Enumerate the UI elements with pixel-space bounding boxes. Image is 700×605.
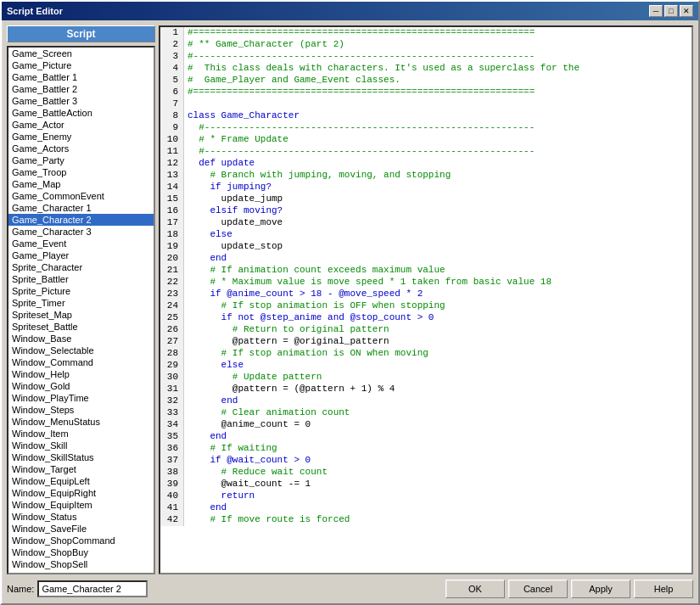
script-list-item[interactable]: Game_Battler 2 (8, 83, 154, 95)
line-content: @pattern = (@pattern + 1) % 4 (184, 384, 395, 395)
line-content: # If move route is forced (184, 514, 350, 526)
content-area: Script Game_ScreenGame_PictureGame_Battl… (2, 20, 698, 603)
cancel-button[interactable]: Cancel (508, 580, 568, 598)
code-line: 5# Game_Player and Game_Event classes. (160, 75, 692, 87)
script-list-item[interactable]: Window_Base (8, 333, 154, 345)
line-number: 26 (160, 324, 184, 336)
code-line: 39 @wait_count -= 1 (160, 479, 692, 490)
line-number: 15 (160, 193, 184, 205)
line-number: 39 (160, 479, 184, 490)
script-list-item[interactable]: Window_Steps (8, 404, 154, 416)
script-list-item[interactable]: Game_Actors (8, 143, 154, 154)
line-content: elsif moving? (184, 205, 283, 217)
line-content: update_stop (184, 241, 283, 253)
script-list-item[interactable]: Sprite_Picture (8, 285, 154, 297)
script-list-item[interactable]: Game_Character 2 (8, 214, 154, 226)
script-list-item[interactable]: Window_SaveFile (8, 523, 154, 535)
code-line: 40 return (160, 490, 692, 502)
script-list-item[interactable]: Spriteset_Map (8, 309, 154, 321)
script-list-item[interactable]: Game_BattleAction (8, 107, 154, 119)
script-list-item[interactable]: Window_EquipRight (8, 487, 154, 499)
script-list-item[interactable]: Window_EquipItem (8, 499, 154, 511)
line-number: 16 (160, 205, 184, 217)
line-number: 27 (160, 336, 184, 348)
script-list-item[interactable]: Sprite_Timer (8, 297, 154, 309)
script-list-item[interactable]: Window_ShopBuy (8, 546, 154, 558)
script-list-item[interactable]: Window_ShopSell (8, 558, 154, 570)
script-list-item[interactable]: Game_Troop (8, 166, 154, 178)
apply-button[interactable]: Apply (571, 580, 630, 598)
script-list-item[interactable]: Window_Command (8, 356, 154, 368)
script-list-item[interactable]: Window_Item (8, 428, 154, 440)
line-number: 33 (160, 407, 184, 419)
script-list-item[interactable]: Game_Party (8, 154, 154, 166)
line-number: 21 (160, 265, 184, 277)
help-button[interactable]: Help (634, 580, 693, 598)
code-panel[interactable]: 1#======================================… (159, 25, 693, 574)
script-list-item[interactable]: Window_Target (8, 463, 154, 475)
left-panel: Script Game_ScreenGame_PictureGame_Battl… (7, 25, 155, 574)
script-list-item[interactable]: Game_CommonEvent (8, 190, 154, 202)
script-list-item[interactable]: Spriteset_Battle (8, 321, 154, 333)
script-list-item[interactable]: Window_SkillStatus (8, 451, 154, 463)
script-list-item[interactable]: Game_Screen (8, 48, 154, 59)
script-list-item[interactable]: Window_Skill (8, 440, 154, 451)
name-input[interactable] (37, 580, 148, 597)
code-line: 8class Game_Character (160, 110, 692, 122)
script-list-item[interactable]: Game_Enemy (8, 131, 154, 143)
code-area[interactable]: 1#======================================… (160, 27, 692, 573)
line-content: if not @step_anime and @stop_count > 0 (184, 312, 434, 324)
code-line: 19 update_stop (160, 241, 692, 253)
line-number: 1 (160, 27, 184, 39)
minimize-button[interactable]: ─ (649, 5, 663, 17)
line-number: 9 (160, 122, 184, 134)
restore-button[interactable]: □ (664, 5, 678, 17)
script-list-item[interactable]: Game_Battler 3 (8, 95, 154, 107)
script-list-container[interactable]: Game_ScreenGame_PictureGame_Battler 1Gam… (7, 46, 155, 574)
code-line: 33 # Clear animation count (160, 407, 692, 419)
line-content: # * Frame Update (184, 134, 288, 146)
script-list-item[interactable]: Game_Map (8, 178, 154, 190)
script-list-item[interactable]: Window_MenuStatus (8, 416, 154, 428)
line-number: 4 (160, 63, 184, 75)
script-list-item[interactable]: Game_Battler 1 (8, 71, 154, 83)
script-list-item[interactable]: Game_Picture (8, 59, 154, 71)
line-number: 38 (160, 467, 184, 479)
code-line: 23 if @anime_count > 18 - @move_speed * … (160, 288, 692, 300)
line-number: 34 (160, 419, 184, 431)
code-line: 14 if jumping? (160, 182, 692, 193)
code-line: 7 (160, 98, 692, 110)
line-number: 25 (160, 312, 184, 324)
code-line: 28 # If stop animation is ON when moving (160, 348, 692, 360)
script-list-item[interactable]: Game_Character 1 (8, 202, 154, 214)
line-number: 41 (160, 502, 184, 514)
line-number: 17 (160, 217, 184, 229)
line-content: # If animation count exceeds maximum val… (184, 265, 445, 277)
script-list-item[interactable]: Window_EquipLeft (8, 475, 154, 487)
close-button[interactable]: ✕ (680, 5, 693, 17)
code-line: 42 # If move route is forced (160, 514, 692, 526)
script-list-item[interactable]: Window_PlayTime (8, 392, 154, 404)
script-list-item[interactable]: Game_Player (8, 249, 154, 261)
script-list-item[interactable]: Game_Actor (8, 119, 154, 131)
script-list-item[interactable]: Sprite_Character (8, 261, 154, 273)
script-list-item[interactable]: Window_ShopCommand (8, 535, 154, 546)
line-content: #---------------------------------------… (184, 146, 535, 158)
line-content: else (184, 229, 232, 241)
code-line: 32 end (160, 395, 692, 407)
script-list-item[interactable]: Window_Selectable (8, 345, 154, 356)
script-list-item[interactable]: Sprite_Battler (8, 273, 154, 285)
script-list-item[interactable]: Window_Status (8, 511, 154, 523)
script-list-item[interactable]: Window_Help (8, 368, 154, 380)
line-content: # If stop animation is ON when moving (184, 348, 428, 360)
line-content: #=======================================… (184, 87, 535, 98)
script-list-item[interactable]: Game_Character 3 (8, 226, 154, 238)
script-list[interactable]: Game_ScreenGame_PictureGame_Battler 1Gam… (8, 48, 154, 573)
ok-button[interactable]: OK (445, 580, 505, 598)
line-number: 35 (160, 431, 184, 443)
script-list-item[interactable]: Window_Gold (8, 380, 154, 392)
script-list-item[interactable]: Game_Event (8, 238, 154, 249)
line-content: end (184, 502, 227, 514)
line-content: def update (184, 158, 255, 170)
line-content (184, 98, 188, 110)
